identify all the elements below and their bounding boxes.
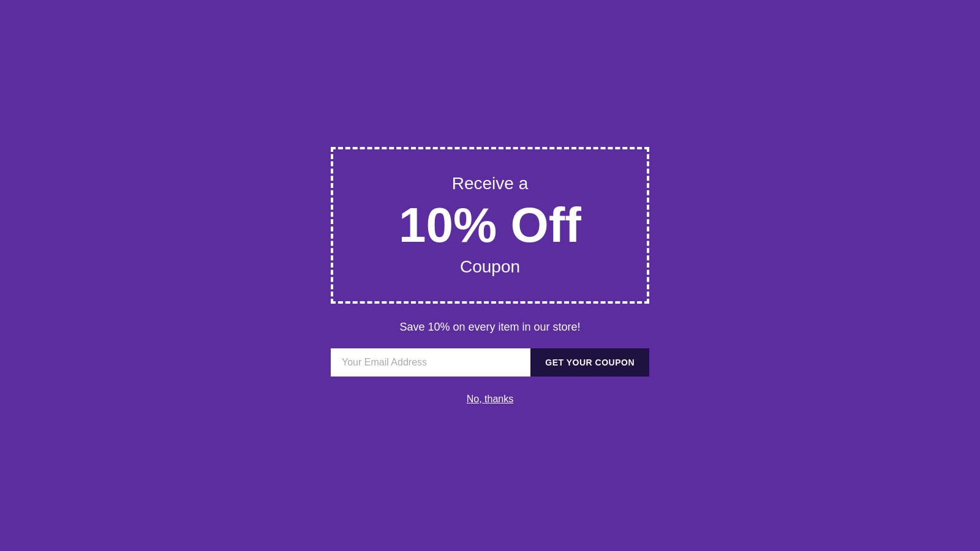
- coupon-label: Coupon: [382, 257, 598, 277]
- receive-text: Receive a: [382, 174, 598, 193]
- discount-text: 10% Off: [382, 198, 598, 252]
- modal-container: Receive a 10% Off Coupon Save 10% on eve…: [331, 147, 649, 405]
- save-text: Save 10% on every item in our store!: [399, 321, 580, 334]
- email-input[interactable]: [331, 348, 530, 377]
- no-thanks-button[interactable]: No, thanks: [467, 394, 513, 405]
- input-row: GET YOUR COUPON: [331, 348, 649, 377]
- coupon-box: Receive a 10% Off Coupon: [331, 147, 649, 304]
- get-coupon-button[interactable]: GET YOUR COUPON: [530, 348, 649, 377]
